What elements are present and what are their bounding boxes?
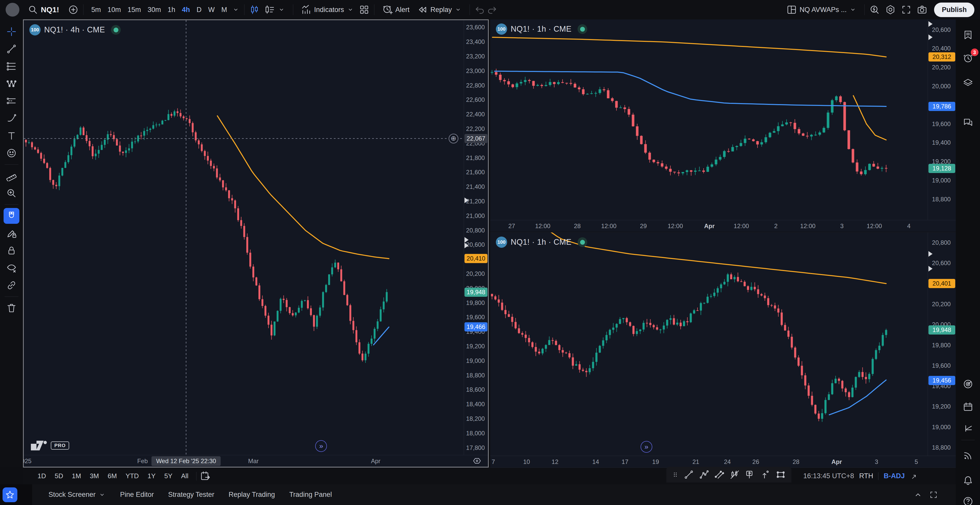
indicators-button[interactable]: Indicators (298, 2, 357, 17)
interval-30m[interactable]: 30m (144, 4, 164, 16)
market-status-dot[interactable] (111, 25, 121, 35)
axis-marker-arrow-icon[interactable] (928, 35, 932, 40)
axis-marker-arrow-icon[interactable] (465, 243, 469, 248)
compare-add-icon[interactable] (68, 4, 79, 15)
time-axis-4h[interactable]: Wed 12 Feb '25 22:30025FebMarApr (24, 455, 488, 467)
ruler-tool[interactable] (3, 168, 19, 184)
tool-pricenote-tool-icon[interactable] (745, 470, 755, 480)
sidebar-ideas[interactable] (960, 376, 976, 392)
symbol-search-button[interactable]: NQ1! (24, 2, 62, 17)
axis-marker-arrow-icon[interactable] (928, 21, 932, 27)
fib-retracement-tool[interactable] (3, 59, 19, 74)
axis-marker-arrow-icon[interactable] (465, 197, 469, 203)
publish-button[interactable]: Publish (934, 3, 974, 17)
bar-style-button[interactable] (261, 2, 288, 17)
remove-drawings-tool[interactable] (3, 300, 19, 316)
drag-handle-icon[interactable] (672, 470, 679, 480)
interval-4h[interactable]: 4h (179, 4, 193, 16)
interval-1h[interactable]: 1h (164, 4, 179, 16)
status-tab-pine-editor[interactable]: Pine Editor (114, 488, 160, 501)
sidebar-news-flow[interactable] (960, 448, 976, 464)
axis-marker-arrow-icon[interactable] (928, 266, 932, 272)
adjustment-label[interactable]: B-ADJ (883, 472, 905, 480)
axis-marker-arrow-icon[interactable] (465, 237, 469, 243)
layout-select-button[interactable]: NQ AVWAPs ... (783, 2, 860, 17)
clock-time[interactable]: 16:13:45 UTC+8 (803, 472, 854, 480)
tool-parallel-tool-icon[interactable] (714, 470, 724, 480)
panel-fullscreen-icon[interactable] (929, 491, 938, 499)
axis-settings-eye-icon[interactable] (472, 456, 482, 466)
drawing-mode-tool[interactable] (3, 226, 19, 241)
sync-drawings-tool[interactable] (3, 277, 19, 293)
chart-plot-4h[interactable]: ⊕ (24, 20, 464, 455)
interval-5m[interactable]: 5m (88, 4, 104, 16)
snapshot-camera-icon[interactable] (917, 4, 928, 15)
range-1m[interactable]: 1M (68, 470, 86, 482)
price-axis-1h-top[interactable]: 20,60020,40020,20020,00019,80019,60019,4… (928, 19, 956, 220)
zoom-in-tool[interactable] (3, 185, 19, 201)
chart-style-candles-icon[interactable] (249, 4, 260, 15)
chart-header-1h-bottom[interactable]: 100 NQ1! · 1h · CME (496, 237, 587, 248)
sidebar-calendar[interactable] (960, 399, 976, 415)
chart-pane-4h[interactable]: ⊕ 23,60023,40023,20023,00022,80022,60022… (23, 19, 489, 467)
range-all[interactable]: All (177, 470, 193, 482)
alert-button[interactable]: Alert (379, 2, 413, 17)
sidebar-alerts[interactable]: 3 (960, 51, 976, 66)
user-menu-avatar[interactable] (6, 3, 19, 17)
session-label[interactable]: RTH (859, 472, 873, 480)
goto-date-icon[interactable] (200, 471, 211, 481)
hide-drawings-tool[interactable] (3, 260, 19, 276)
range-3m[interactable]: 3M (86, 470, 103, 482)
chart-settings-icon[interactable] (885, 4, 896, 15)
sidebar-patterns[interactable] (960, 421, 976, 436)
tool-barpattern-tool-icon[interactable] (730, 470, 740, 480)
lock-drawings-tool[interactable] (3, 243, 19, 259)
trend-line-tool[interactable] (3, 41, 19, 57)
interval-chevron-icon[interactable] (232, 6, 240, 14)
xabcd-pattern-tool[interactable] (3, 76, 19, 92)
market-status-dot[interactable] (578, 24, 587, 34)
range-6m[interactable]: 6M (103, 470, 121, 482)
range-5d[interactable]: 5D (50, 470, 67, 482)
chart-plot-1h-bottom[interactable] (490, 232, 928, 456)
price-axis-4h[interactable]: 23,60023,40023,20023,00022,80022,60022,4… (464, 20, 488, 455)
interval-15m[interactable]: 15m (124, 4, 145, 16)
price-axis-1h-bottom[interactable]: 20,80020,60020,40020,20020,00019,80019,6… (928, 232, 956, 456)
tool-polyline-tool-icon[interactable] (699, 470, 709, 480)
chart-header-4h[interactable]: 100 NQ1! · 4h · CME (29, 24, 121, 35)
range-1d[interactable]: 1D (33, 470, 50, 482)
tradingview-logo[interactable]: PRO (31, 441, 69, 450)
favorites-star-button[interactable] (3, 488, 18, 502)
sidebar-chat[interactable] (960, 114, 976, 130)
chart-pane-1h-bottom[interactable]: 20,80020,60020,40020,20020,00019,80019,6… (490, 232, 956, 467)
undo-icon[interactable] (474, 4, 485, 15)
text-tool[interactable] (3, 128, 19, 144)
sidebar-notifications[interactable] (960, 473, 976, 488)
range-ytd[interactable]: YTD (121, 470, 143, 482)
redo-icon[interactable] (487, 4, 497, 15)
range-1y[interactable]: 1Y (143, 470, 160, 482)
interval-M[interactable]: M (218, 4, 231, 16)
market-status-dot[interactable] (578, 237, 587, 247)
status-tab-trading-panel[interactable]: Trading Panel (283, 488, 338, 501)
chart-header-1h-top[interactable]: 100 NQ1! · 1h · CME (496, 24, 587, 35)
time-axis-1h-bottom[interactable]: 7101214171921242628Apr35 (490, 456, 956, 467)
sidebar-watchlist[interactable] (960, 27, 976, 43)
quick-search-icon[interactable] (869, 4, 880, 15)
panel-expand-chevron-icon[interactable] (913, 490, 923, 499)
brush-tool[interactable] (3, 111, 19, 126)
indicator-templates-icon[interactable] (359, 4, 369, 15)
crosshair-alert-plus-icon[interactable]: ⊕ (449, 134, 458, 143)
interval-10m[interactable]: 10m (104, 4, 124, 16)
time-axis-1h-top[interactable]: 2712:002812:002912:00Apr12:00212:00312:0… (490, 220, 956, 232)
interval-W[interactable]: W (205, 4, 218, 16)
status-tab-replay-trading[interactable]: Replay Trading (223, 488, 281, 501)
chart-plot-1h-top[interactable] (490, 19, 928, 220)
sidebar-object-tree[interactable] (960, 74, 976, 90)
emoji-tool[interactable] (3, 145, 19, 161)
axis-marker-arrow-icon[interactable] (928, 251, 932, 257)
interval-D[interactable]: D (193, 4, 205, 16)
range-5y[interactable]: 5Y (160, 470, 177, 482)
crosshair-tool[interactable] (3, 24, 19, 40)
scroll-to-recent-button[interactable]: » (641, 441, 652, 453)
